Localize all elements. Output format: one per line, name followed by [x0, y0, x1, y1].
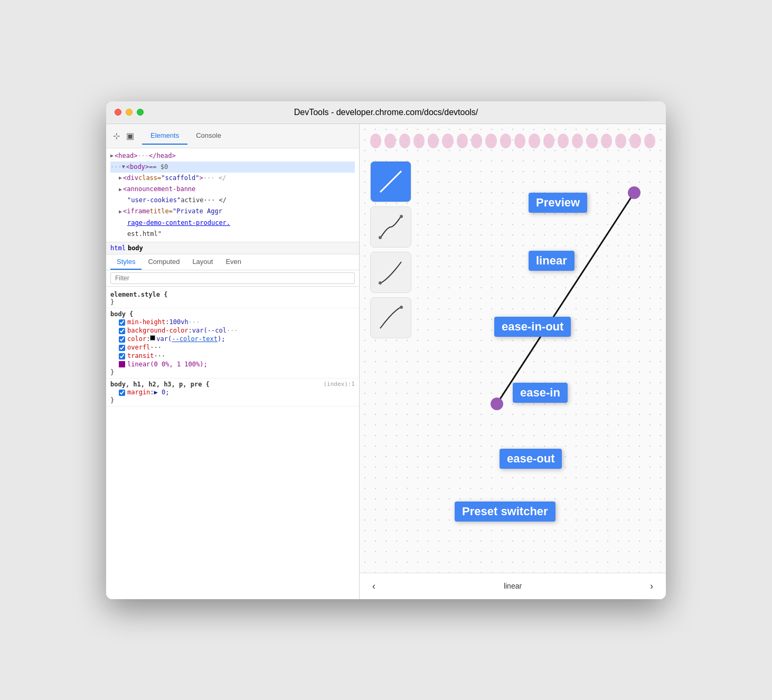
css-checkbox-color[interactable] — [119, 336, 125, 343]
svg-point-1 — [379, 236, 382, 239]
tab-elements[interactable]: Elements — [142, 127, 187, 145]
expand-iframe[interactable]: ▶ — [119, 207, 122, 216]
pink-circle — [615, 134, 626, 148]
css-rule-body: body { min-height : 100vh ··· background… — [106, 308, 359, 379]
dom-line-div: ▶ <div class= "scaffold" > ··· </ — [110, 173, 355, 184]
left-panel: ⊹ ▣ Elements Console ▶ <head> ··· </head… — [106, 124, 360, 599]
css-checkbox-transition[interactable] — [119, 353, 125, 360]
preset-icon-ease-in-out — [376, 212, 406, 242]
dom-line-html: est.html" — [110, 229, 355, 240]
tab-even[interactable]: Even — [219, 254, 248, 270]
expand-body[interactable]: ▼ — [122, 163, 125, 171]
control-point-2[interactable] — [628, 186, 641, 199]
pink-circle — [384, 134, 396, 148]
preset-card-ease-in-out[interactable] — [370, 206, 411, 248]
pink-circle — [413, 134, 425, 148]
title-bar: DevTools - developer.chrome.com/docs/dev… — [106, 101, 666, 124]
preset-card-ease-out[interactable] — [370, 297, 411, 338]
breadcrumb-html[interactable]: html — [110, 244, 126, 252]
preset-card-ease-in[interactable] — [370, 252, 411, 293]
tab-styles[interactable]: Styles — [110, 254, 142, 270]
tab-layout[interactable]: Layout — [186, 254, 219, 270]
pink-circle — [442, 134, 453, 148]
filter-input[interactable] — [110, 272, 355, 284]
expand-head[interactable]: ▶ — [110, 152, 114, 160]
css-var-link-color[interactable]: --color-text — [172, 335, 218, 343]
inspect-icon[interactable]: ⊹ — [110, 130, 122, 141]
devtools-window: DevTools - developer.chrome.com/docs/dev… — [106, 101, 666, 599]
css-prop-min-height: min-height : 100vh ··· — [110, 318, 355, 326]
css-prop-overflow: overfl ··· — [110, 343, 355, 352]
svg-point-3 — [379, 281, 382, 285]
filter-bar — [106, 270, 359, 287]
css-selector: element.style { — [110, 291, 355, 298]
pink-circle — [601, 134, 612, 148]
expand-div[interactable]: ▶ — [119, 174, 122, 182]
pink-circle — [629, 134, 641, 148]
dom-line-url: rage-demo-content-producer. — [110, 217, 355, 229]
prev-preset-button[interactable]: ‹ — [368, 579, 380, 594]
pink-circle — [457, 134, 468, 148]
pink-circle — [644, 134, 655, 148]
css-checkbox-overflow[interactable] — [119, 345, 125, 351]
window-title: DevTools - developer.chrome.com/docs/dev… — [294, 108, 478, 117]
tab-computed[interactable]: Computed — [142, 254, 186, 270]
preset-icon-ease-out — [376, 303, 406, 333]
preset-card-linear[interactable] — [370, 161, 411, 202]
expand-announcement[interactable]: ▶ — [119, 185, 122, 194]
close-button[interactable] — [115, 109, 121, 116]
preset-bottom-bar: ‹ linear › — [360, 573, 666, 599]
pink-circle — [572, 134, 583, 148]
pink-circles-row — [360, 134, 666, 148]
annotation-ease-out: ease-out — [500, 449, 562, 469]
right-panel: Preview linear ease-in-out ease-in ease-… — [360, 124, 666, 599]
css-checkbox-margin[interactable] — [119, 390, 125, 396]
pink-circle — [500, 134, 511, 148]
maximize-button[interactable] — [137, 109, 144, 116]
preview-area: Preview linear ease-in-out ease-in ease-… — [360, 124, 666, 599]
breadcrumb: html body — [106, 242, 359, 254]
devtools-body: ⊹ ▣ Elements Console ▶ <head> ··· </head… — [106, 124, 666, 599]
css-checkbox-min-height[interactable] — [119, 319, 125, 326]
svg-line-5 — [497, 193, 634, 404]
pink-circle — [543, 134, 554, 148]
tab-console[interactable]: Console — [187, 127, 230, 145]
preset-icon-ease-in — [376, 258, 406, 287]
pink-circle — [514, 134, 525, 148]
pink-circle — [428, 134, 439, 148]
minimize-button[interactable] — [126, 109, 133, 116]
css-closing-brace: } — [110, 298, 355, 306]
styles-tab-bar: Styles Computed Layout Even — [106, 254, 359, 270]
device-icon[interactable]: ▣ — [124, 130, 136, 141]
color-swatch-black[interactable] — [150, 335, 155, 340]
pink-circle — [586, 134, 597, 148]
annotation-preset-switcher: Preset switcher — [455, 502, 556, 522]
preset-icon-linear — [376, 167, 406, 196]
css-body-selector: body { — [110, 310, 355, 318]
preset-cards — [370, 161, 411, 338]
css-prop-linear: linear(0 0%, 1 100%); — [110, 360, 355, 368]
pink-circle — [485, 134, 496, 148]
css-body-closing: } — [110, 368, 355, 376]
next-preset-button[interactable]: › — [646, 579, 657, 594]
dom-line-cookies: "user-cookies" active··· </ — [110, 195, 355, 206]
breadcrumb-body[interactable]: body — [128, 244, 143, 252]
top-tab-bar: Elements Console — [142, 127, 230, 145]
annotation-ease-in-out: ease-in-out — [494, 317, 571, 337]
css-headings-closing: } — [110, 396, 355, 404]
annotation-preview: Preview — [529, 193, 587, 213]
css-prop-margin: margin : ▶ 0; — [110, 388, 355, 396]
css-rules: element.style { } body { min-height : 10… — [106, 287, 359, 599]
anim-swatch[interactable] — [119, 361, 125, 367]
dom-line: ▶ <head> ··· </head> — [110, 150, 355, 162]
window-controls — [115, 109, 144, 116]
css-headings-selector: body, h1, h2, h3, p, pre { — [110, 381, 210, 388]
control-point-1[interactable] — [491, 398, 503, 410]
annotation-linear: linear — [529, 251, 575, 271]
dom-line-iframe: ▶ <iframe title= "Private Aggr — [110, 206, 355, 217]
css-checkbox-bg-color[interactable] — [119, 328, 125, 334]
css-rule-body-headings: body, h1, h2, h3, p, pre { (index):1 mar… — [106, 379, 359, 406]
dom-tree: ▶ <head> ··· </head> ··· ▼ <body> == $0 … — [106, 148, 359, 243]
svg-point-4 — [400, 306, 403, 309]
css-rule-element-style: element.style { } — [106, 289, 359, 308]
